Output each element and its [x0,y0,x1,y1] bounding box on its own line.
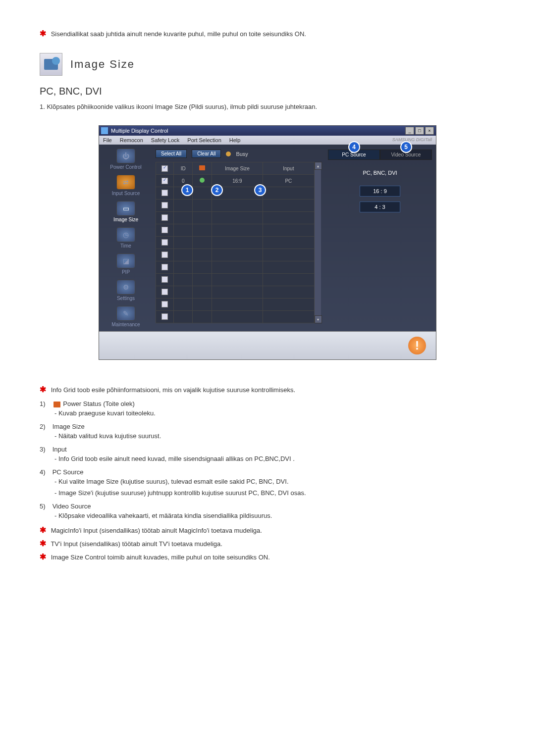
right-panel: 4 PC Source 5 Video Source PC, BNC, DVI … [324,145,436,331]
ratio-16-9-button[interactable]: 16 : 9 [360,186,400,197]
power-icon: ⏻ [116,149,135,163]
busy-label: Busy [236,151,248,157]
info-grid: ID Image Size Input 0 16:9 PC [156,162,315,323]
close-button[interactable]: × [425,127,434,135]
section-header: Image Size [40,53,495,76]
settings-icon: ⚙ [116,280,135,295]
grid-row-empty [156,187,315,200]
numbered-intro: 1. Klõpsates põhiikoonide valikus ikooni… [40,103,495,110]
input-icon: ⇄ [116,175,135,190]
source-tabs: 4 PC Source 5 Video Source [328,150,432,160]
col-input: Input [263,162,314,175]
sidebar-item-settings[interactable]: ⚙ Settings [101,280,151,301]
exp-desc: - Kuvab praeguse kuvari toiteoleku. [54,409,495,417]
grid-row-empty [156,237,315,249]
sidebar: ⏻ Power Control ⇄ Input Source ▭ Image S… [99,145,153,331]
grid-toolbar: Select All Clear All Busy [156,150,321,158]
tab-video-source[interactable]: 5 Video Source [380,150,432,160]
grid-row-empty [156,212,315,224]
select-all-button[interactable]: Select All [156,150,187,158]
header-checkbox[interactable] [161,165,168,172]
callout-4: 4 [348,141,360,153]
star-icon: ✱ [40,385,46,394]
subheading: PC, BNC, DVI [40,86,495,97]
pip-icon: ◪ [116,253,135,268]
exp-title: Image Size [53,423,85,430]
maximize-button[interactable]: □ [415,127,424,135]
row-checkbox[interactable] [161,264,168,270]
tab-pc-source[interactable]: 4 PC Source [328,150,380,160]
exp-item-4: 4) PC Source - Kui valite Image Size (ku… [40,468,495,497]
exp-desc: - Näitab valitud kuva kujutise suurust. [54,432,495,440]
sidebar-item-label: PIP [122,269,130,275]
header-title: Image Size [70,58,135,71]
right-heading: PC, BNC, DVI [333,170,427,176]
minimize-button[interactable]: _ [405,127,414,135]
star-icon: ✱ [40,525,46,535]
exp-desc: - Kui valite Image Size (kujutise suurus… [54,478,495,485]
row-checkbox[interactable] [161,313,168,320]
row-checkbox[interactable] [161,202,168,208]
sidebar-item-power[interactable]: ⏻ Power Control [101,149,151,170]
scroll-up-arrow-icon[interactable]: ▴ [315,162,322,170]
callout-3: 3 [254,184,266,196]
grid-row[interactable]: 0 16:9 PC [156,175,315,187]
sidebar-item-imagesize[interactable]: ▭ Image Size [101,201,151,222]
exp-title: Video Source [53,503,91,510]
scroll-down-arrow-icon[interactable]: ▾ [315,315,322,323]
image-size-icon [40,53,62,76]
end-note-2: ✱ TV'i Input (sisendallikas) töötab ainu… [40,539,495,548]
power-status-header-icon [199,165,205,170]
menu-safetylock[interactable]: Safety Lock [151,137,179,143]
menu-portselection[interactable]: Port Selection [187,137,221,143]
app-window: Multiple Display Control _ □ × File Remo… [99,125,436,360]
col-checkbox [156,162,174,175]
grid-row-empty [156,311,315,323]
exp-title: Power Status (Toite olek) [63,400,135,407]
row-checkbox[interactable] [161,178,168,184]
exp-item-2: 2) Image Size - Näitab valitud kuva kuju… [40,423,495,440]
menu-remocon[interactable]: Remocon [120,137,143,143]
maintenance-icon: ✎ [116,306,135,321]
col-imagesize: Image Size [212,162,263,175]
sidebar-item-maintenance[interactable]: ✎ Maintenance [101,306,151,327]
cell-input: PC [263,175,314,187]
callout-1: 1 [181,184,193,196]
exp-desc: - Image Size'i (kujutise suuruse) juhtnu… [54,489,495,497]
grid-row-empty [156,224,315,237]
sidebar-item-label: Image Size [113,217,138,222]
row-checkbox[interactable] [161,252,168,258]
star-icon: ✱ [40,29,46,38]
grid-row-empty [156,249,315,261]
grid-row-empty [156,200,315,212]
imagesize-icon: ▭ [116,201,135,216]
row-checkbox[interactable] [161,190,168,196]
exp-item-5: 5) Video Source - Klõpsake videoallika v… [40,503,495,519]
menu-help[interactable]: Help [229,137,241,143]
grid-row-empty [156,274,315,286]
menu-file[interactable]: File [103,137,112,143]
grid-scrollbar[interactable]: ▴ ▾ [315,162,321,323]
titlebar: Multiple Display Control _ □ × [99,126,436,136]
sidebar-item-input[interactable]: ⇄ Input Source [101,175,151,196]
app-icon [101,127,108,134]
intro-note-text: Sisendiallikat saab juhtida ainult nende… [51,30,306,38]
row-checkbox[interactable] [161,301,168,307]
ratio-4-3-button[interactable]: 4 : 3 [360,202,400,212]
row-checkbox[interactable] [161,227,168,233]
exp-item-3: 3) Input - Info Grid toob esile ainult n… [40,446,495,462]
brand-label: SAMSUNG DIGITall [392,137,432,143]
row-checkbox[interactable] [161,214,168,221]
star-icon: ✱ [40,539,46,548]
sidebar-item-label: Maintenance [111,322,140,327]
exp-title: PC Source [53,468,84,476]
row-checkbox[interactable] [161,276,168,283]
exp-item-1: 1) Power Status (Toite olek) - Kuvab pra… [40,400,495,417]
clear-all-button[interactable]: Clear All [192,150,221,158]
sidebar-item-label: Input Source [112,191,140,196]
row-checkbox[interactable] [161,289,168,295]
end-note-1: ✱ MagicInfo'i Input (sisendallikas) tööt… [40,525,495,535]
row-checkbox[interactable] [161,239,168,246]
sidebar-item-pip[interactable]: ◪ PIP [101,253,151,275]
sidebar-item-time[interactable]: ◷ Time [101,227,151,249]
